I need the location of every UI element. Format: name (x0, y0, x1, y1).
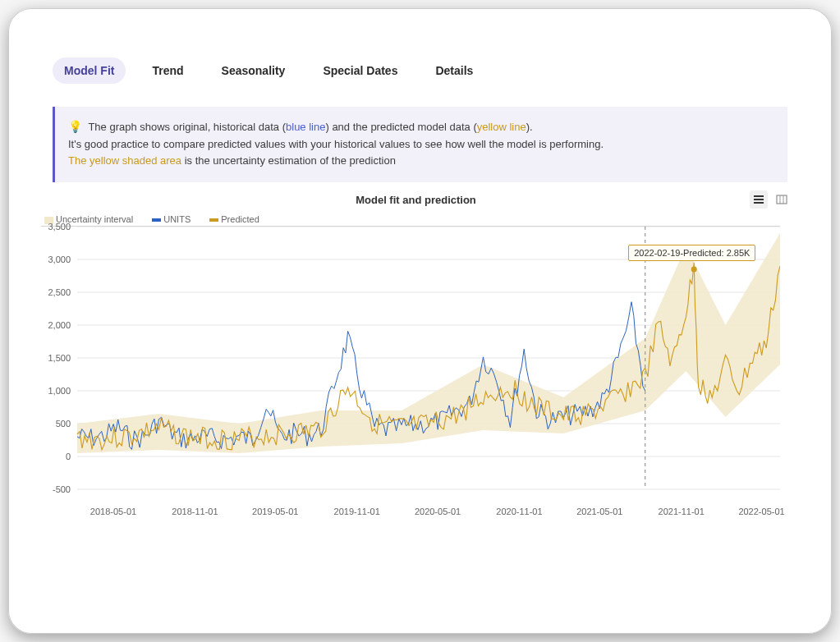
tab-trend[interactable]: Trend (140, 57, 195, 84)
info-blue-line: blue line (286, 121, 325, 133)
tab-details[interactable]: Details (424, 57, 484, 84)
chart-tooltip: 2022-02-19-Predicted: 2.85K (628, 245, 755, 261)
lightbulb-icon: 💡 (68, 120, 82, 133)
info-callout: 💡 The graph shows original, historical d… (53, 107, 787, 182)
tab-model-fit[interactable]: Model Fit (53, 57, 126, 84)
chart-fullscreen-icon[interactable] (773, 190, 791, 209)
chart-title: Model fit and prediction (41, 194, 791, 206)
tab-special-dates[interactable]: Special Dates (311, 57, 409, 84)
svg-rect-0 (777, 195, 787, 204)
info-shaded-area: The yellow shaded area (68, 154, 181, 167)
x-axis: 2018-05-012018-11-012019-05-012019-11-01… (77, 507, 780, 521)
info-line2: It's good practice to compare predicted … (68, 136, 774, 153)
info-yellow-line: yellow line (477, 121, 526, 133)
tabs-bar: Model Fit Trend Seasonality Special Date… (8, 33, 832, 99)
info-text: The graph shows original, historical dat… (88, 121, 286, 133)
svg-point-11 (691, 266, 697, 272)
chart-legend: Uncertainty interval UNITS Predicted (41, 211, 791, 226)
chart-menu-icon[interactable] (750, 190, 768, 209)
tab-seasonality[interactable]: Seasonality (210, 57, 297, 84)
chart-plot[interactable]: -50005001,0001,5002,0002,5003,0003,500 2… (41, 226, 780, 507)
